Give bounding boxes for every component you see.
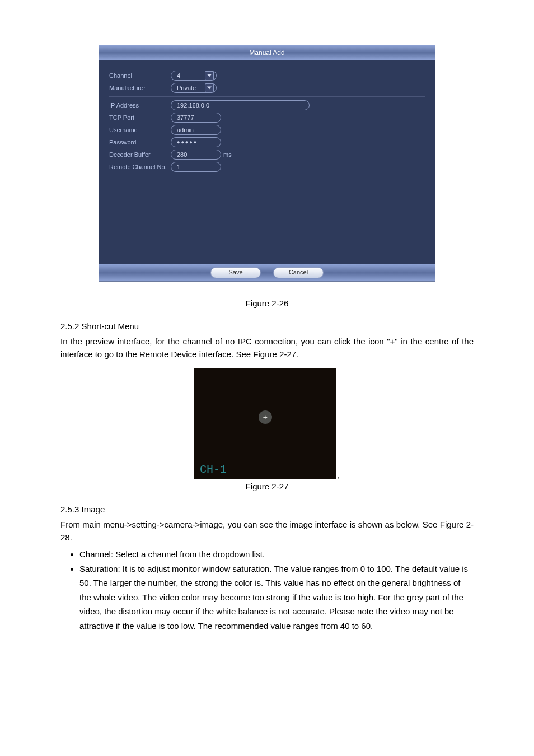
bullet-saturation: Saturation: It is to adjust monitor wind… — [79, 562, 474, 633]
decoder-buffer-label: Decoder Buffer — [109, 151, 171, 158]
remote-channel-label: Remote Channel No. — [109, 164, 171, 170]
password-label: Password — [109, 139, 171, 146]
decorative-comma: , — [338, 470, 340, 479]
cancel-button[interactable]: Cancel — [273, 267, 324, 278]
channel-select[interactable]: 4 — [171, 71, 217, 81]
ip-address-input[interactable]: 192.168.0.0 — [171, 100, 310, 110]
decoder-buffer-unit: ms — [223, 151, 232, 158]
shortcut-text: In the preview interface, for the channe… — [60, 335, 474, 361]
bullet-list: Channel: Select a channel from the dropd… — [60, 547, 474, 633]
remote-channel-input[interactable]: 1 — [171, 162, 221, 172]
section-heading-image: 2.5.3 Image — [60, 505, 474, 514]
save-button[interactable]: Save — [210, 267, 261, 278]
tcp-port-label: TCP Port — [109, 114, 171, 121]
manufacturer-value: Private — [177, 83, 196, 92]
chevron-down-icon — [205, 83, 214, 92]
decoder-buffer-value: 280 — [177, 150, 187, 159]
figure-caption-2: Figure 2-27 — [60, 482, 474, 491]
manufacturer-select[interactable]: Private — [171, 83, 217, 93]
ip-label: IP Address — [109, 102, 171, 109]
username-value: admin — [177, 125, 194, 134]
manufacturer-label: Manufacturer — [109, 85, 171, 91]
chevron-down-icon — [205, 71, 214, 80]
channel-value: 4 — [177, 71, 180, 80]
tcp-port-value: 37777 — [177, 113, 194, 122]
remote-channel-value: 1 — [177, 162, 180, 171]
manual-add-dialog: Manual Add Channel 4 Manufacturer Privat… — [99, 45, 435, 282]
bullet-channel: Channel: Select a channel from the dropd… — [79, 547, 474, 562]
tcp-port-input[interactable]: 37777 — [171, 113, 221, 123]
channel-preview: + CH-1 — [194, 368, 336, 479]
username-label: Username — [109, 127, 171, 133]
username-input[interactable]: admin — [171, 125, 221, 135]
dialog-footer: Save Cancel — [99, 264, 435, 281]
decoder-buffer-input[interactable]: 280 — [171, 150, 221, 160]
dialog-title: Manual Add — [99, 45, 435, 60]
image-text: From main menu->setting->camera->image, … — [60, 519, 474, 544]
ip-address-value: 192.168.0.0 — [177, 101, 209, 110]
add-ipc-button[interactable]: + — [259, 410, 272, 424]
figure-caption-1: Figure 2-26 — [60, 298, 474, 308]
channel-label: Channel — [109, 72, 171, 79]
divider — [109, 96, 425, 97]
password-value: ●●●●● — [177, 140, 198, 144]
password-input[interactable]: ●●●●● — [171, 137, 221, 147]
channel-label-text: CH-1 — [200, 463, 227, 476]
section-heading-shortcut: 2.5.2 Short-cut Menu — [60, 321, 474, 331]
